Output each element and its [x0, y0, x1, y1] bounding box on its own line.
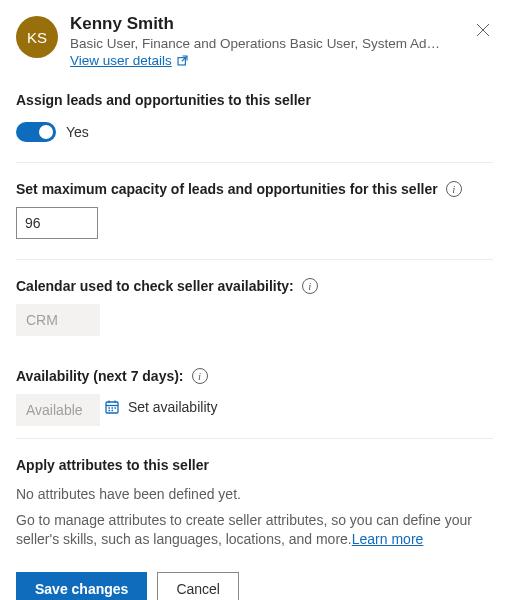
learn-more-link[interactable]: Learn more — [352, 531, 424, 547]
assign-toggle-row: Yes — [16, 122, 493, 142]
calendar-value: CRM — [16, 304, 100, 336]
capacity-block: Set maximum capacity of leads and opport… — [16, 181, 493, 239]
close-icon — [476, 23, 490, 37]
set-availability-link[interactable]: Set availability — [104, 399, 218, 415]
divider — [16, 259, 493, 260]
cancel-button[interactable]: Cancel — [157, 572, 239, 600]
availability-block: Availability (next 7 days): i Available … — [16, 368, 493, 438]
avatar: KS — [16, 16, 58, 58]
save-button[interactable]: Save changes — [16, 572, 147, 600]
user-header: KS Kenny Smith Basic User, Finance and O… — [16, 14, 493, 68]
user-roles: Basic User, Finance and Operations Basic… — [70, 36, 450, 51]
calendar-label: Calendar used to check seller availabili… — [16, 278, 294, 294]
availability-value: Available — [16, 394, 100, 426]
calendar-block: Calendar used to check seller availabili… — [16, 278, 493, 348]
capacity-label: Set maximum capacity of leads and opport… — [16, 181, 438, 197]
calendar-icon — [104, 399, 120, 415]
availability-label: Availability (next 7 days): — [16, 368, 184, 384]
attributes-empty: No attributes have been defined yet. — [16, 485, 493, 505]
divider — [16, 438, 493, 439]
close-button[interactable] — [471, 18, 495, 42]
user-block: Kenny Smith Basic User, Finance and Oper… — [70, 14, 493, 68]
user-name: Kenny Smith — [70, 14, 493, 34]
attributes-heading: Apply attributes to this seller — [16, 457, 493, 473]
capacity-input[interactable] — [16, 207, 98, 239]
divider — [16, 162, 493, 163]
open-external-icon — [176, 54, 189, 67]
info-icon[interactable]: i — [446, 181, 462, 197]
view-user-details-link[interactable]: View user details — [70, 53, 189, 68]
assign-toggle-value: Yes — [66, 124, 89, 140]
info-icon[interactable]: i — [192, 368, 208, 384]
set-availability-label: Set availability — [128, 399, 218, 415]
assign-label: Assign leads and opportunities to this s… — [16, 92, 493, 108]
attributes-block: Apply attributes to this seller No attri… — [16, 457, 493, 550]
attributes-hint: Go to manage attributes to create seller… — [16, 511, 493, 550]
info-icon[interactable]: i — [302, 278, 318, 294]
footer: Save changes Cancel — [16, 572, 493, 600]
assign-toggle[interactable] — [16, 122, 56, 142]
view-user-details-label: View user details — [70, 53, 172, 68]
